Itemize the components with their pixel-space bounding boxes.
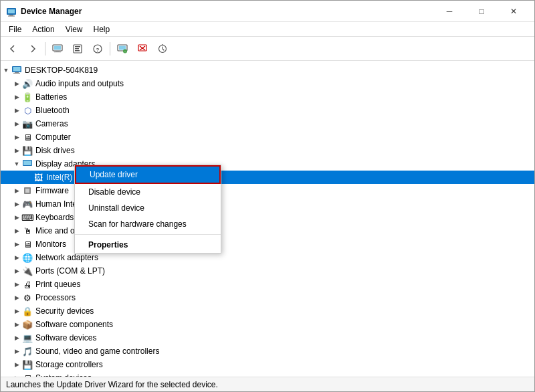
monitors-icon: 🖥 (22, 239, 33, 250)
svg-rect-1 (8, 9, 15, 13)
mice-icon: 🖱 (22, 225, 33, 236)
svg-rect-6 (56, 51, 60, 52)
ctx-update-driver[interactable]: Update driver (75, 165, 221, 184)
tree-item-batteries[interactable]: ▶ 🔋 Batteries (1, 90, 534, 104)
disk-toggle[interactable]: ▶ (11, 144, 22, 157)
ctx-uninstall-device[interactable]: Uninstall device (75, 200, 221, 216)
ports-icon: 🔌 (22, 266, 33, 276)
system-toggle[interactable]: ▶ (11, 371, 22, 377)
display-toggle[interactable]: ▼ (11, 157, 22, 171)
audio-toggle[interactable]: ▶ (11, 77, 22, 90)
uninstall-icon-btn[interactable] (133, 39, 152, 58)
back-button[interactable] (3, 39, 22, 58)
close-button[interactable]: ✕ (498, 1, 529, 22)
tree-item-ports[interactable]: ▶ 🔌 Ports (COM & LPT) (1, 264, 534, 278)
network-toggle[interactable]: ▶ (11, 251, 22, 264)
ctx-separator (75, 234, 221, 235)
tree-item-sw-components[interactable]: ▶ 📦 Software components (1, 318, 534, 331)
help-icon-btn[interactable]: ? (88, 39, 107, 58)
ctx-disable-device[interactable]: Disable device (75, 184, 221, 200)
properties-icon-btn[interactable] (68, 39, 87, 58)
menu-action[interactable]: Action (27, 23, 60, 35)
storage-toggle[interactable]: ▶ (11, 358, 22, 371)
menu-bar: File Action View Help (1, 22, 534, 37)
maximize-button[interactable]: □ (466, 1, 497, 22)
tree-root[interactable]: ▼ DESKTOP-504K819 (1, 64, 534, 77)
firmware-toggle[interactable]: ▶ (11, 184, 22, 197)
firmware-icon (22, 185, 33, 196)
system-label: System devices (35, 373, 532, 377)
tree-item-storage[interactable]: ▶ 💾 Storage controllers (1, 358, 534, 371)
sw-devices-toggle[interactable]: ▶ (11, 331, 22, 345)
security-toggle[interactable]: ▶ (11, 304, 22, 318)
computer-toggle[interactable]: ▶ (11, 130, 22, 144)
window-icon (6, 6, 17, 17)
tree-item-print[interactable]: ▶ 🖨 Print queues (1, 278, 534, 291)
update-icon-btn[interactable] (153, 39, 172, 58)
sound-toggle[interactable]: ▶ (11, 345, 22, 358)
tree-item-system[interactable]: ▶ 🖥 System devices (1, 371, 534, 377)
storage-label: Storage controllers (35, 360, 532, 369)
svg-rect-9 (75, 46, 80, 47)
tree-item-sw-devices[interactable]: ▶ 💻 Software devices (1, 331, 534, 345)
svg-text:↑: ↑ (124, 49, 126, 53)
toolbar: ? ↑ (1, 37, 534, 61)
processors-toggle[interactable]: ▶ (11, 291, 22, 304)
root-toggle[interactable]: ▼ (1, 64, 11, 77)
hid-icon: 🎮 (22, 199, 33, 209)
network-icon: 🌐 (22, 252, 33, 263)
batteries-toggle[interactable]: ▶ (11, 90, 22, 104)
status-bar: Launches the Update Driver Wizard for th… (1, 377, 534, 391)
bluetooth-label: Bluetooth (35, 106, 532, 115)
tree-item-processors[interactable]: ▶ ⚙ Processors (1, 291, 534, 304)
print-toggle[interactable]: ▶ (11, 278, 22, 291)
sound-icon: 🎵 (22, 346, 33, 357)
bluetooth-toggle[interactable]: ▶ (11, 104, 22, 117)
tree-item-sound[interactable]: ▶ 🎵 Sound, video and game controllers (1, 345, 534, 358)
ctx-properties[interactable]: Properties (75, 237, 221, 253)
tree-item-computer[interactable]: ▶ 🖥 Computer (1, 130, 534, 144)
mice-toggle[interactable]: ▶ (11, 224, 22, 237)
sw-components-icon: 📦 (22, 319, 33, 330)
svg-rect-27 (23, 161, 31, 165)
storage-icon: 💾 (22, 359, 33, 370)
tree-item-security[interactable]: ▶ 🔒 Security devices (1, 304, 534, 318)
root-computer-icon (11, 65, 22, 76)
computer-icon-btn[interactable] (48, 39, 67, 58)
svg-rect-24 (15, 72, 19, 73)
forward-button[interactable] (23, 39, 42, 58)
security-label: Security devices (35, 306, 532, 316)
disk-icon: 💾 (22, 145, 33, 156)
hid-toggle[interactable]: ▶ (11, 197, 22, 211)
tree-item-audio[interactable]: ▶ 🔊 Audio inputs and outputs (1, 77, 534, 90)
svg-rect-2 (9, 15, 13, 16)
svg-rect-23 (13, 67, 21, 72)
minimize-button[interactable]: ─ (434, 1, 465, 22)
monitors-toggle[interactable]: ▶ (11, 237, 22, 251)
root-label: DESKTOP-504K819 (25, 66, 532, 75)
cameras-icon: 📷 (22, 118, 33, 129)
computer-label: Computer (35, 132, 532, 142)
menu-help[interactable]: Help (88, 23, 116, 35)
print-icon: 🖨 (22, 279, 33, 290)
sw-devices-label: Software devices (35, 333, 532, 342)
menu-file[interactable]: File (3, 23, 27, 35)
svg-rect-25 (13, 73, 20, 74)
bluetooth-icon: ⬡ (22, 105, 33, 116)
sw-components-toggle[interactable]: ▶ (11, 318, 22, 331)
batteries-label: Batteries (35, 92, 532, 102)
ctx-scan-hardware[interactable]: Scan for hardware changes (75, 216, 221, 232)
scan-icon-btn[interactable]: ↑ (113, 39, 132, 58)
menu-view[interactable]: View (60, 23, 88, 35)
tree-item-cameras[interactable]: ▶ 📷 Cameras (1, 117, 534, 130)
disk-label: Disk drives (35, 146, 532, 155)
sound-label: Sound, video and game controllers (35, 347, 532, 356)
cameras-toggle[interactable]: ▶ (11, 117, 22, 130)
toolbar-separator-2 (110, 42, 110, 56)
tree-item-disk[interactable]: ▶ 💾 Disk drives (1, 144, 534, 157)
keyboards-icon: ⌨ (22, 212, 33, 223)
ports-toggle[interactable]: ▶ (11, 264, 22, 278)
svg-rect-5 (54, 45, 61, 50)
tree-item-bluetooth[interactable]: ▶ ⬡ Bluetooth (1, 104, 534, 117)
svg-rect-11 (75, 50, 80, 52)
